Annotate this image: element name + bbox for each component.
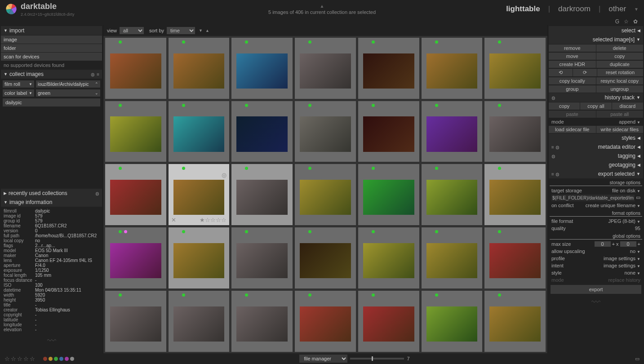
rating-stars[interactable]: ★☆☆☆☆	[200, 217, 227, 223]
thumbnail[interactable]	[295, 164, 356, 225]
thumbnail[interactable]	[231, 101, 293, 162]
colorlabel-button[interactable]	[70, 357, 74, 361]
thumbnail[interactable]: ✕★☆☆☆☆◎	[169, 164, 230, 225]
geotagging-header[interactable]: geotagging◀	[549, 160, 643, 169]
browse-icon[interactable]: ▭	[636, 195, 640, 201]
group-button[interactable]: group	[549, 85, 596, 93]
thumbnail[interactable]	[358, 291, 419, 352]
thumbnail[interactable]	[169, 227, 230, 289]
tab-darkroom[interactable]: darkroom	[558, 4, 591, 13]
hist-pasteall[interactable]: paste all	[596, 111, 644, 118]
thumbnail[interactable]	[231, 227, 293, 289]
export-path[interactable]	[551, 195, 635, 201]
load-sidecar[interactable]: load sidecar file	[549, 126, 596, 133]
preset-icon[interactable]: ◍	[95, 191, 99, 196]
thumbnail[interactable]	[231, 164, 293, 225]
reject-icon[interactable]: ✕	[171, 217, 176, 223]
profile-select[interactable]: image settings ▼	[604, 256, 640, 261]
thumbnail[interactable]	[422, 101, 483, 162]
collapse-top-icon[interactable]: ▲	[268, 4, 376, 9]
group-icon[interactable]: G	[615, 18, 619, 25]
upscale-select[interactable]: no ▼	[630, 249, 640, 254]
import-header[interactable]: ▼import	[1, 26, 102, 35]
thumbnail-grid[interactable]: ✕★☆☆☆☆◎	[103, 36, 547, 353]
style-select[interactable]: none ▼	[625, 270, 640, 275]
display-icon[interactable]: ▭	[635, 356, 640, 362]
hist-copyall[interactable]: copy all	[580, 102, 611, 110]
thumbnail[interactable]	[105, 164, 166, 225]
plus-icon[interactable]: +	[612, 241, 615, 247]
sort-select[interactable]: time	[167, 27, 195, 34]
thumbnail[interactable]	[105, 291, 166, 352]
export-button[interactable]: export	[551, 285, 641, 294]
info-header[interactable]: ▼image information	[1, 198, 102, 207]
group-icon[interactable]: ◎	[222, 172, 227, 178]
collect-rule2-value[interactable]: green⌄	[36, 89, 100, 97]
recent-header[interactable]: ▶recently used collections◍	[1, 189, 102, 198]
quality-value[interactable]: 95	[635, 226, 640, 231]
thumbnail[interactable]	[484, 164, 546, 225]
createhdr-button[interactable]: create HDR	[549, 61, 596, 68]
conflict-select[interactable]: create unique filename ▼	[586, 203, 640, 208]
selected-header[interactable]: selected image[s]▼	[549, 35, 643, 44]
collect-rule1-type[interactable]: film roll▼	[3, 80, 34, 88]
star-icon[interactable]: ☆	[624, 18, 629, 25]
view-select[interactable]: all	[120, 27, 144, 34]
colorlabel-button[interactable]	[59, 357, 63, 361]
rotate-ccw-button[interactable]: ⟲	[549, 69, 573, 76]
collect-tag[interactable]: dailypic	[3, 98, 100, 107]
thumbnail[interactable]	[169, 38, 230, 99]
thumbnail[interactable]	[358, 38, 419, 99]
tab-other[interactable]: other	[608, 4, 626, 13]
collect-rule1-value[interactable]: iouz/Bilder/Archiv/dailypic⌃	[36, 80, 100, 88]
thumbnail[interactable]	[358, 227, 419, 289]
thumbnail[interactable]	[231, 291, 293, 352]
thumbnail[interactable]	[105, 101, 166, 162]
intent-select[interactable]: image settings ▼	[604, 263, 640, 268]
hist-discard[interactable]: discard	[612, 102, 643, 110]
thumbnail[interactable]	[295, 227, 356, 289]
colorlabel-button[interactable]	[43, 357, 47, 361]
preset-icon[interactable]: ◍	[551, 95, 555, 100]
expand-icon[interactable]: ⌄	[95, 91, 98, 95]
thumbnail[interactable]	[484, 38, 546, 99]
ungroup-button[interactable]: ungroup	[596, 85, 644, 93]
thumbnail[interactable]	[484, 101, 546, 162]
thumbnail[interactable]	[105, 38, 166, 99]
colorlabel-button[interactable]	[54, 357, 58, 361]
color-labels[interactable]	[43, 357, 74, 361]
preset-icon[interactable]: ◍	[91, 72, 95, 77]
expand-icon[interactable]: ⌃	[95, 82, 98, 86]
thumbnail[interactable]	[169, 101, 230, 162]
thumbnail[interactable]	[422, 38, 483, 99]
collect-rule2-type[interactable]: color label▼	[3, 89, 34, 97]
thumbnail[interactable]	[484, 291, 546, 352]
thumbnail[interactable]	[422, 227, 483, 289]
import-image[interactable]: image	[1, 36, 102, 44]
delete-button[interactable]: delete	[596, 44, 644, 52]
target-select[interactable]: file on disk ▼	[612, 188, 640, 193]
menu-icon[interactable]: ≡	[97, 72, 99, 77]
thumbnail[interactable]	[295, 291, 356, 352]
mode-select[interactable]: append ▼	[619, 119, 640, 124]
resync-button[interactable]: resync local copy	[596, 77, 644, 84]
move-button[interactable]: move	[549, 53, 596, 60]
zoom-slider[interactable]	[350, 358, 404, 360]
plus-icon[interactable]: +	[638, 241, 640, 247]
metadata-header[interactable]: ≡ ◍metadata editor◀	[549, 142, 643, 151]
tab-lighttable[interactable]: lighttable	[506, 4, 540, 13]
collect-header[interactable]: ▼collect images◍≡	[1, 70, 102, 79]
colorlabel-button[interactable]	[65, 357, 69, 361]
gear-icon[interactable]: ✿	[633, 18, 638, 25]
thumbnail[interactable]	[422, 164, 483, 225]
thumbnail[interactable]	[295, 101, 356, 162]
maxw-input[interactable]	[595, 241, 611, 247]
sort-asc-icon[interactable]: ▼	[199, 28, 203, 33]
hist-paste[interactable]: paste	[549, 111, 596, 118]
tagging-header[interactable]: ◍tagging◀	[549, 151, 643, 160]
maxh-input[interactable]	[620, 241, 636, 247]
thumbnail[interactable]	[231, 38, 293, 99]
rotate-cw-button[interactable]: ⟳	[573, 69, 597, 76]
resetrot-button[interactable]: reset rotation	[597, 69, 643, 76]
thumbnail[interactable]	[295, 38, 356, 99]
